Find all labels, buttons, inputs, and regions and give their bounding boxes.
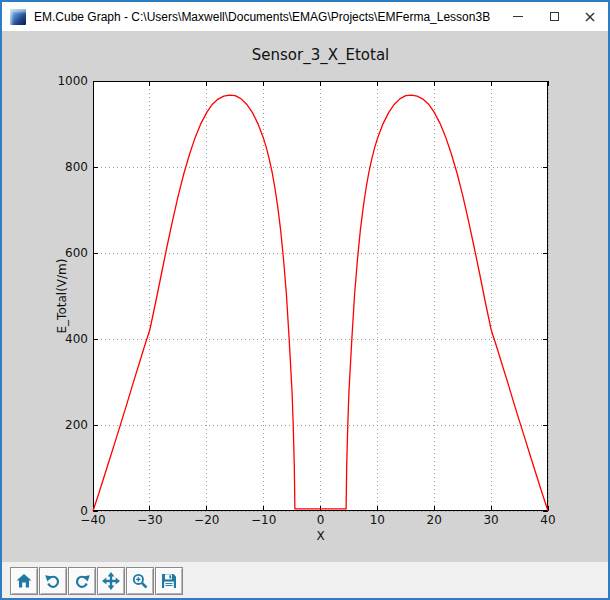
floppy-disk-icon [160,572,178,590]
home-button[interactable] [10,567,38,595]
x-tick-label: −10 [239,513,289,527]
minimize-button[interactable] [500,2,536,31]
zoom-to-rect-button[interactable] [126,567,154,595]
y-axis-label: E_Total(V/m) [55,259,69,334]
home-icon [15,572,33,590]
x-tick-label: 0 [296,513,346,527]
forward-arrow-icon [73,572,91,590]
forward-button[interactable] [68,567,96,595]
emcube-graph-window: EM.Cube Graph - C:\Users\Maxwell\Documen… [0,0,610,600]
axes-area[interactable] [93,81,548,511]
y-tick-label: 200 [38,418,88,432]
minimize-icon [513,16,523,17]
app-icon [10,9,26,25]
close-icon: × [583,9,596,25]
window-controls: × [500,2,608,31]
navigation-toolbar [2,562,608,598]
plot-title: Sensor_3_X_Etotal [93,46,548,64]
y-tick-label: 400 [38,332,88,346]
back-button[interactable] [39,567,67,595]
x-tick-label: −40 [68,513,118,527]
x-tick-label: 20 [409,513,459,527]
x-tick-label: −30 [125,513,175,527]
y-tick-label: 1000 [38,74,88,88]
y-tick-label: 800 [38,160,88,174]
maximize-icon [550,12,559,21]
x-axis-label: X [93,529,548,543]
pan-arrows-icon [102,572,120,590]
window-title: EM.Cube Graph - C:\Users\Maxwell\Documen… [34,10,490,24]
pan-button[interactable] [97,567,125,595]
x-tick-label: −20 [182,513,232,527]
title-bar[interactable]: EM.Cube Graph - C:\Users\Maxwell\Documen… [2,2,608,31]
magnifier-icon [131,572,149,590]
close-button[interactable]: × [572,2,608,31]
x-tick-label: 40 [523,513,573,527]
x-tick-label: 30 [466,513,516,527]
line-chart [93,81,548,511]
plot-canvas[interactable]: Sensor_3_X_Etotal E_Total(V/m) X 0200400… [2,31,608,562]
back-arrow-icon [44,572,62,590]
y-tick-label: 600 [38,246,88,260]
save-button[interactable] [155,567,183,595]
maximize-button[interactable] [536,2,572,31]
x-tick-label: 10 [352,513,402,527]
